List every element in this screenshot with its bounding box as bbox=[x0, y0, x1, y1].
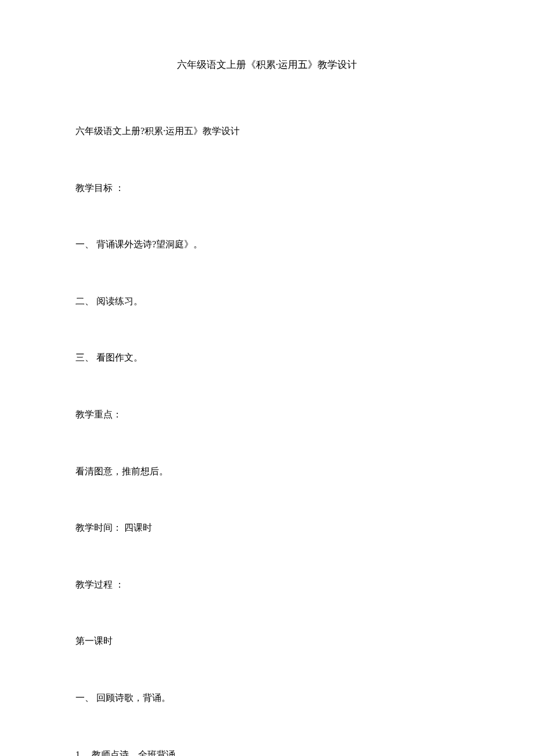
paragraph-subtitle: 六年级语文上册?积累·运用五》教学设计 bbox=[75, 124, 459, 139]
paragraph-item-1: 1、 教师点诗，全班背诵。 bbox=[75, 747, 459, 756]
document-title: 六年级语文上册《积累·运用五》教学设计 bbox=[75, 58, 459, 71]
paragraph-objective-2: 二、 阅读练习。 bbox=[75, 294, 459, 309]
paragraph-focus-heading: 教学重点： bbox=[75, 407, 459, 422]
paragraph-objective-3: 三、 看图作文。 bbox=[75, 350, 459, 365]
paragraph-focus-content: 看清图意，推前想后。 bbox=[75, 464, 459, 479]
paragraph-time: 教学时间： 四课时 bbox=[75, 520, 459, 535]
paragraph-lesson-1: 第一课时 bbox=[75, 633, 459, 649]
paragraph-objectives-heading: 教学目标 ： bbox=[75, 181, 459, 196]
paragraph-objective-1: 一、 背诵课外选诗?望洞庭》。 bbox=[75, 237, 459, 252]
paragraph-section-1: 一、 回顾诗歌，背诵。 bbox=[75, 690, 459, 705]
paragraph-process-heading: 教学过程 ： bbox=[75, 577, 459, 592]
